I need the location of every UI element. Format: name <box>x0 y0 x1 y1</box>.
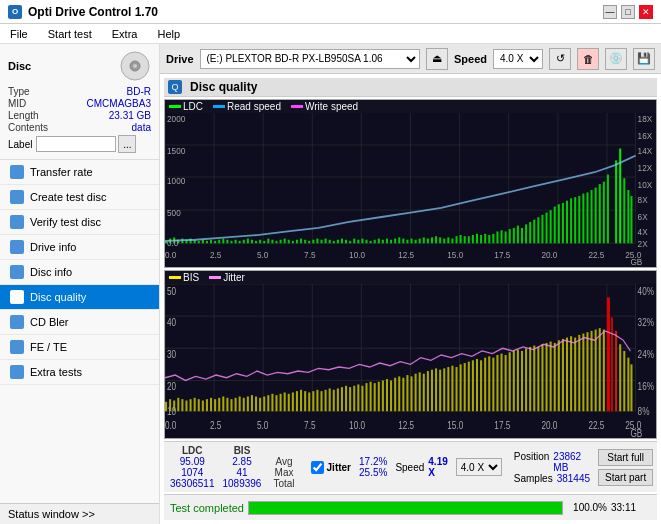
start-part-btn[interactable]: Start part <box>598 469 653 486</box>
svg-rect-226 <box>370 382 372 411</box>
svg-rect-79 <box>411 239 413 244</box>
menu-bar: File Start test Extra Help <box>0 24 661 44</box>
svg-rect-126 <box>603 182 605 244</box>
sidebar: Disc Type BD-R MID CMCMAGBA3 Length 23.3… <box>0 44 160 524</box>
speed-select[interactable]: 4.0 X <box>493 49 543 69</box>
svg-rect-80 <box>415 240 417 244</box>
svg-text:20: 20 <box>167 380 176 392</box>
eject-btn[interactable]: ⏏ <box>426 48 448 70</box>
nav-disc-quality[interactable]: Disc quality <box>0 285 159 310</box>
nav-drive-info[interactable]: Drive info <box>0 235 159 260</box>
svg-rect-93 <box>468 236 470 243</box>
menu-extra[interactable]: Extra <box>108 27 142 41</box>
svg-rect-276 <box>574 338 576 412</box>
svg-rect-252 <box>476 359 478 411</box>
extra-tests-icon <box>10 365 24 379</box>
svg-rect-219 <box>341 387 343 411</box>
svg-rect-213 <box>316 390 318 411</box>
avg-label: Avg <box>275 456 292 467</box>
svg-rect-103 <box>509 229 511 243</box>
maximize-btn[interactable]: □ <box>621 5 635 19</box>
samples-val: 381445 <box>557 473 590 484</box>
drive-select[interactable]: (E:) PLEXTOR BD-R PX-LB950SA 1.06 <box>200 49 420 69</box>
svg-rect-193 <box>235 398 237 411</box>
svg-rect-33 <box>222 239 224 244</box>
svg-rect-67 <box>361 239 363 244</box>
svg-rect-198 <box>255 396 257 411</box>
svg-rect-210 <box>304 391 306 411</box>
disc-label-input[interactable] <box>36 136 116 152</box>
menu-help[interactable]: Help <box>153 27 184 41</box>
nav-disc-quality-label: Disc quality <box>30 291 86 303</box>
speed-stat-select[interactable]: 4.0 X <box>456 458 502 476</box>
nav-items: Transfer rate Create test disc Verify te… <box>0 160 159 503</box>
svg-text:16X: 16X <box>638 130 653 141</box>
svg-rect-36 <box>235 240 237 244</box>
svg-rect-197 <box>251 395 253 411</box>
start-full-btn[interactable]: Start full <box>598 449 653 466</box>
nav-verify-test-disc-label: Verify test disc <box>30 216 101 228</box>
disc-info-icon <box>10 265 24 279</box>
svg-text:2.5: 2.5 <box>210 419 221 431</box>
jitter-legend: Jitter <box>209 272 245 283</box>
svg-text:40%: 40% <box>638 285 655 297</box>
disc-erase-btn[interactable]: 🗑 <box>577 48 599 70</box>
max-label: Max <box>275 467 294 478</box>
total-label: Total <box>273 478 294 489</box>
svg-rect-180 <box>181 399 183 411</box>
speed-refresh-btn[interactable]: ↺ <box>549 48 571 70</box>
svg-rect-69 <box>370 241 372 243</box>
svg-rect-274 <box>566 338 568 412</box>
minimize-btn[interactable]: — <box>603 5 617 19</box>
save-btn[interactable]: 💾 <box>633 48 655 70</box>
drive-info-icon <box>10 240 24 254</box>
speed-stat-val: 4.19 X <box>428 456 451 478</box>
disc-type-label: Type <box>8 86 30 97</box>
nav-create-test-disc[interactable]: Create test disc <box>0 185 159 210</box>
svg-text:10X: 10X <box>638 179 653 190</box>
svg-rect-58 <box>325 239 327 244</box>
jitter-label: Jitter <box>327 462 351 473</box>
nav-transfer-rate[interactable]: Transfer rate <box>0 160 159 185</box>
nav-disc-info[interactable]: Disc info <box>0 260 159 285</box>
progress-bar-fill <box>249 502 562 514</box>
svg-rect-98 <box>488 235 490 243</box>
svg-rect-78 <box>406 240 408 244</box>
svg-rect-290 <box>630 364 632 411</box>
svg-rect-244 <box>443 368 445 411</box>
ldc-header: LDC <box>182 445 203 456</box>
nav-verify-test-disc[interactable]: Verify test disc <box>0 210 159 235</box>
app-title: Opti Drive Control 1.70 <box>28 5 158 19</box>
menu-start-test[interactable]: Start test <box>44 27 96 41</box>
svg-rect-287 <box>619 344 621 411</box>
svg-rect-50 <box>292 241 294 243</box>
window-controls: — □ ✕ <box>603 5 653 19</box>
disc-quality-icon <box>10 290 24 304</box>
progress-text: 100.0% <box>567 502 607 513</box>
svg-rect-248 <box>460 364 462 411</box>
svg-rect-186 <box>206 399 208 411</box>
svg-text:6X: 6X <box>638 211 648 222</box>
svg-rect-204 <box>280 394 282 411</box>
svg-rect-243 <box>439 370 441 412</box>
disc-label-btn[interactable]: ... <box>118 135 136 153</box>
svg-rect-94 <box>472 235 474 243</box>
svg-rect-85 <box>435 236 437 243</box>
nav-fe-te[interactable]: FE / TE <box>0 335 159 360</box>
disc-title: Disc <box>8 60 31 72</box>
disc-write-btn[interactable]: 💿 <box>605 48 627 70</box>
jitter-avg: 17.2% <box>359 456 387 467</box>
svg-rect-99 <box>492 234 494 243</box>
svg-rect-185 <box>202 401 204 412</box>
nav-cd-bler[interactable]: CD Bler <box>0 310 159 335</box>
menu-file[interactable]: File <box>6 27 32 41</box>
jitter-max: 25.5% <box>359 467 387 478</box>
disc-mid-val: CMCMAGBA3 <box>87 98 151 109</box>
svg-rect-261 <box>513 351 515 411</box>
nav-extra-tests[interactable]: Extra tests <box>0 360 159 385</box>
drive-bar: Drive (E:) PLEXTOR BD-R PX-LB950SA 1.06 … <box>160 44 661 74</box>
jitter-checkbox[interactable] <box>311 461 324 474</box>
close-btn[interactable]: ✕ <box>639 5 653 19</box>
upper-chart-svg: 2000 1500 1000 500 0.0 18X 16X 14X 12X 1… <box>165 113 656 267</box>
status-window-btn[interactable]: Status window >> <box>0 503 159 524</box>
